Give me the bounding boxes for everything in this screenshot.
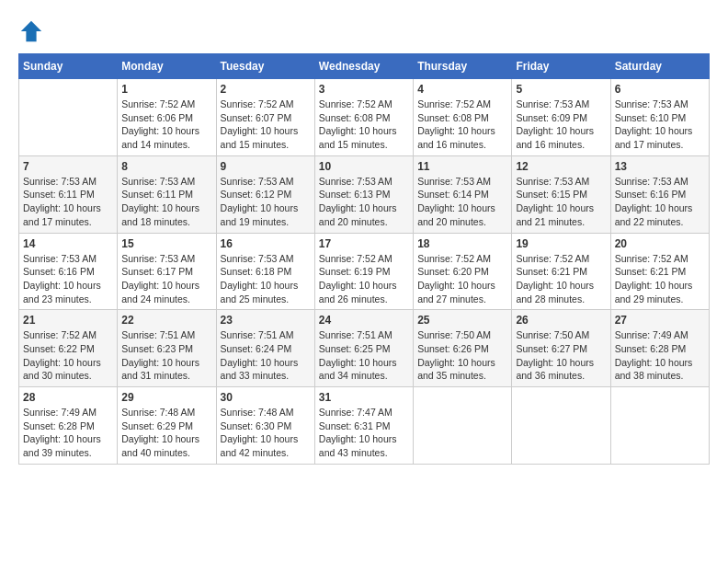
day-info: Sunrise: 7:52 AM Sunset: 6:19 PM Dayligh…: [319, 252, 409, 306]
day-number: 28: [23, 391, 113, 404]
day-number: 2: [221, 83, 311, 96]
day-info: Sunrise: 7:52 AM Sunset: 6:07 PM Dayligh…: [221, 98, 311, 152]
day-number: 14: [23, 237, 113, 250]
calendar-cell: 11 Sunrise: 7:53 AM Sunset: 6:14 PM Dayl…: [414, 155, 512, 233]
day-number: 26: [516, 314, 606, 327]
day-number: 21: [23, 314, 113, 327]
day-info: Sunrise: 7:49 AM Sunset: 6:28 PM Dayligh…: [615, 328, 705, 383]
calendar-cell: 5 Sunrise: 7:53 AM Sunset: 6:09 PM Dayli…: [512, 79, 610, 156]
day-info: Sunrise: 7:51 AM Sunset: 6:24 PM Dayligh…: [221, 328, 311, 383]
day-number: 15: [121, 237, 211, 250]
day-info: Sunrise: 7:53 AM Sunset: 6:11 PM Dayligh…: [23, 175, 113, 229]
calendar-cell: 22 Sunrise: 7:51 AM Sunset: 6:23 PM Dayl…: [118, 310, 216, 387]
day-number: 23: [221, 314, 311, 327]
calendar-cell: 25 Sunrise: 7:50 AM Sunset: 6:26 PM Dayl…: [414, 310, 512, 387]
calendar-header-row: SundayMondayTuesdayWednesdayThursdayFrid…: [19, 54, 710, 79]
day-info: Sunrise: 7:52 AM Sunset: 6:21 PM Dayligh…: [615, 252, 705, 306]
calendar-cell: 26 Sunrise: 7:50 AM Sunset: 6:27 PM Dayl…: [512, 310, 610, 387]
week-row-3: 14 Sunrise: 7:53 AM Sunset: 6:16 PM Dayl…: [19, 233, 710, 310]
calendar-cell: [414, 387, 512, 465]
day-number: 20: [615, 237, 705, 250]
day-info: Sunrise: 7:53 AM Sunset: 6:11 PM Dayligh…: [121, 175, 211, 229]
calendar-cell: 30 Sunrise: 7:48 AM Sunset: 6:30 PM Dayl…: [216, 387, 314, 465]
calendar-cell: [512, 387, 610, 465]
day-number: 22: [121, 314, 211, 327]
calendar-cell: 20 Sunrise: 7:52 AM Sunset: 6:21 PM Dayl…: [610, 233, 709, 310]
day-info: Sunrise: 7:52 AM Sunset: 6:20 PM Dayligh…: [417, 252, 507, 306]
week-row-4: 21 Sunrise: 7:52 AM Sunset: 6:22 PM Dayl…: [19, 310, 710, 387]
calendar-table: SundayMondayTuesdayWednesdayThursdayFrid…: [18, 53, 710, 465]
day-info: Sunrise: 7:53 AM Sunset: 6:09 PM Dayligh…: [516, 98, 606, 152]
day-header-friday: Friday: [512, 54, 610, 79]
day-info: Sunrise: 7:53 AM Sunset: 6:16 PM Dayligh…: [23, 252, 113, 306]
day-number: 30: [221, 391, 311, 404]
day-info: Sunrise: 7:53 AM Sunset: 6:18 PM Dayligh…: [221, 252, 311, 306]
calendar-cell: 4 Sunrise: 7:52 AM Sunset: 6:08 PM Dayli…: [414, 79, 512, 156]
day-info: Sunrise: 7:47 AM Sunset: 6:31 PM Dayligh…: [319, 406, 409, 460]
day-number: 25: [417, 314, 507, 327]
day-info: Sunrise: 7:52 AM Sunset: 6:06 PM Dayligh…: [121, 98, 211, 152]
day-number: 18: [417, 237, 507, 250]
day-header-tuesday: Tuesday: [216, 54, 314, 79]
week-row-1: 1 Sunrise: 7:52 AM Sunset: 6:06 PM Dayli…: [19, 79, 710, 156]
day-info: Sunrise: 7:53 AM Sunset: 6:13 PM Dayligh…: [319, 175, 409, 229]
day-info: Sunrise: 7:53 AM Sunset: 6:17 PM Dayligh…: [121, 252, 211, 306]
day-number: 12: [516, 160, 606, 173]
day-info: Sunrise: 7:53 AM Sunset: 6:10 PM Dayligh…: [615, 98, 705, 152]
day-header-monday: Monday: [118, 54, 216, 79]
calendar-cell: [610, 387, 709, 465]
day-info: Sunrise: 7:53 AM Sunset: 6:12 PM Dayligh…: [221, 175, 311, 229]
day-info: Sunrise: 7:48 AM Sunset: 6:29 PM Dayligh…: [121, 406, 211, 460]
svg-marker-0: [21, 21, 41, 41]
day-info: Sunrise: 7:51 AM Sunset: 6:23 PM Dayligh…: [121, 328, 211, 383]
week-row-2: 7 Sunrise: 7:53 AM Sunset: 6:11 PM Dayli…: [19, 155, 710, 233]
day-number: 27: [615, 314, 705, 327]
day-number: 19: [516, 237, 606, 250]
day-info: Sunrise: 7:52 AM Sunset: 6:22 PM Dayligh…: [23, 328, 113, 383]
logo: [18, 18, 48, 44]
day-header-saturday: Saturday: [610, 54, 709, 79]
calendar-cell: 15 Sunrise: 7:53 AM Sunset: 6:17 PM Dayl…: [118, 233, 216, 310]
calendar-cell: 14 Sunrise: 7:53 AM Sunset: 6:16 PM Dayl…: [19, 233, 118, 310]
day-info: Sunrise: 7:52 AM Sunset: 6:08 PM Dayligh…: [319, 98, 409, 152]
calendar-cell: 17 Sunrise: 7:52 AM Sunset: 6:19 PM Dayl…: [314, 233, 413, 310]
calendar-cell: 13 Sunrise: 7:53 AM Sunset: 6:16 PM Dayl…: [610, 155, 709, 233]
calendar-cell: 12 Sunrise: 7:53 AM Sunset: 6:15 PM Dayl…: [512, 155, 610, 233]
calendar-cell: 19 Sunrise: 7:52 AM Sunset: 6:21 PM Dayl…: [512, 233, 610, 310]
calendar-cell: 8 Sunrise: 7:53 AM Sunset: 6:11 PM Dayli…: [118, 155, 216, 233]
calendar-cell: 28 Sunrise: 7:49 AM Sunset: 6:28 PM Dayl…: [19, 387, 118, 465]
day-number: 7: [23, 160, 113, 173]
calendar-cell: 27 Sunrise: 7:49 AM Sunset: 6:28 PM Dayl…: [610, 310, 709, 387]
day-info: Sunrise: 7:52 AM Sunset: 6:21 PM Dayligh…: [516, 252, 606, 306]
day-info: Sunrise: 7:53 AM Sunset: 6:15 PM Dayligh…: [516, 175, 606, 229]
calendar-cell: 2 Sunrise: 7:52 AM Sunset: 6:07 PM Dayli…: [216, 79, 314, 156]
day-number: 9: [221, 160, 311, 173]
calendar-cell: 21 Sunrise: 7:52 AM Sunset: 6:22 PM Dayl…: [19, 310, 118, 387]
day-number: 17: [319, 237, 409, 250]
calendar-cell: 6 Sunrise: 7:53 AM Sunset: 6:10 PM Dayli…: [610, 79, 709, 156]
calendar-cell: 7 Sunrise: 7:53 AM Sunset: 6:11 PM Dayli…: [19, 155, 118, 233]
day-number: 16: [221, 237, 311, 250]
calendar-cell: 29 Sunrise: 7:48 AM Sunset: 6:29 PM Dayl…: [118, 387, 216, 465]
day-number: 8: [121, 160, 211, 173]
calendar-cell: 10 Sunrise: 7:53 AM Sunset: 6:13 PM Dayl…: [314, 155, 413, 233]
day-info: Sunrise: 7:53 AM Sunset: 6:16 PM Dayligh…: [615, 175, 705, 229]
day-number: 29: [121, 391, 211, 404]
day-info: Sunrise: 7:52 AM Sunset: 6:08 PM Dayligh…: [417, 98, 507, 152]
page-header: [18, 18, 710, 44]
logo-icon: [18, 18, 44, 44]
day-info: Sunrise: 7:49 AM Sunset: 6:28 PM Dayligh…: [23, 406, 113, 460]
day-info: Sunrise: 7:48 AM Sunset: 6:30 PM Dayligh…: [221, 406, 311, 460]
day-header-wednesday: Wednesday: [314, 54, 413, 79]
calendar-cell: 23 Sunrise: 7:51 AM Sunset: 6:24 PM Dayl…: [216, 310, 314, 387]
day-number: 3: [319, 83, 409, 96]
day-number: 13: [615, 160, 705, 173]
day-header-sunday: Sunday: [19, 54, 118, 79]
calendar-cell: 16 Sunrise: 7:53 AM Sunset: 6:18 PM Dayl…: [216, 233, 314, 310]
day-number: 4: [417, 83, 507, 96]
week-row-5: 28 Sunrise: 7:49 AM Sunset: 6:28 PM Dayl…: [19, 387, 710, 465]
calendar-cell: 24 Sunrise: 7:51 AM Sunset: 6:25 PM Dayl…: [314, 310, 413, 387]
calendar-cell: 18 Sunrise: 7:52 AM Sunset: 6:20 PM Dayl…: [414, 233, 512, 310]
day-info: Sunrise: 7:53 AM Sunset: 6:14 PM Dayligh…: [417, 175, 507, 229]
day-number: 6: [615, 83, 705, 96]
